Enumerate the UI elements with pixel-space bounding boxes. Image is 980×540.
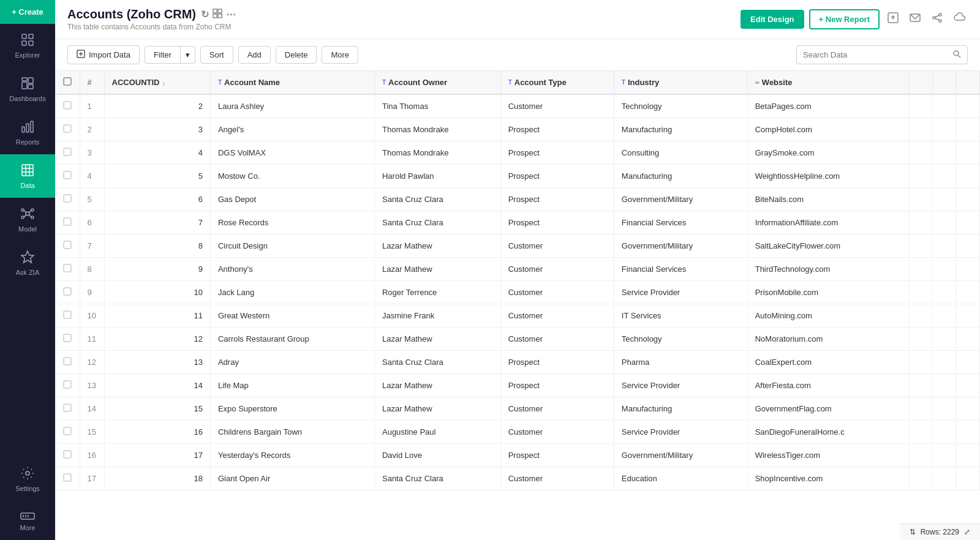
cell-account-owner: Santa Cruz Clara [374,211,500,234]
cell-extra3 [956,467,980,490]
cell-account-owner: Jasmine Frank [374,304,500,328]
cell-row-num: 8 [80,258,104,281]
svg-point-39 [939,20,941,22]
sidebar-item-explorer[interactable]: Explorer [0,24,55,67]
sidebar-item-model[interactable]: Model [0,198,55,241]
sidebar-item-reports[interactable]: Reports [0,111,55,154]
add-button[interactable]: Add [238,46,271,64]
title-text: Accounts (Zoho CRM) [67,7,196,21]
cell-checkbox[interactable] [55,421,80,444]
cell-account-id: 3 [104,118,210,141]
table-row: 10 11 Great Western Jasmine Frank Custom… [55,304,980,328]
svg-rect-56 [64,288,71,295]
cell-row-num: 10 [80,304,104,328]
cell-website: WirelessTiger.com [747,444,909,467]
export-icon[interactable] [884,9,902,29]
import-data-button[interactable]: Import Data [67,45,140,64]
cell-extra1 [909,165,933,188]
cell-checkbox[interactable] [55,444,80,467]
cell-account-owner: Lazar Mathew [374,328,500,351]
cell-website: InformationAffiliate.com [747,211,909,234]
cell-extra1 [909,351,933,374]
cell-account-id: 2 [104,94,210,118]
search-input[interactable] [803,50,948,59]
cell-checkbox[interactable] [55,397,80,421]
cell-row-num: 7 [80,234,104,258]
svg-rect-61 [64,404,71,411]
sidebar-item-dashboards[interactable]: Dashboards [0,67,55,111]
sort-icon-account-id[interactable]: ↓ [162,79,166,86]
cell-checkbox[interactable] [55,281,80,304]
cell-checkbox[interactable] [55,328,80,351]
cell-account-owner: Tina Thomas [374,94,500,118]
cell-checkbox[interactable] [55,467,80,490]
svg-line-21 [24,210,26,213]
sidebar-item-ask-zia[interactable]: Ask ZIA [0,241,55,285]
cell-extra3 [956,234,980,258]
sidebar-item-data[interactable]: Data [0,154,55,198]
table-row: 1 2 Laura Ashley Tina Thomas Customer Te… [55,94,980,118]
table-row: 6 7 Rose Records Santa Cruz Clara Prospe… [55,211,980,234]
cell-website: AfterFiesta.com [747,374,909,397]
cell-extra1 [909,467,933,490]
th-website[interactable]: ∞ Website [747,71,909,94]
th-industry[interactable]: T Industry [614,71,747,94]
cell-checkbox[interactable] [55,141,80,165]
edit-design-button[interactable]: Edit Design [741,10,804,29]
table-row: 14 15 Expo Superstore Lazar Mathew Custo… [55,397,980,421]
cell-checkbox[interactable] [55,165,80,188]
sidebar-item-reports-label: Reports [16,138,40,146]
cell-checkbox[interactable] [55,234,80,258]
svg-line-23 [24,214,26,217]
svg-rect-31 [213,9,217,13]
svg-line-46 [959,56,961,58]
grid-icon[interactable] [213,9,222,21]
cell-website: ShopIncentive.com [747,467,909,490]
cell-row-num: 3 [80,141,104,165]
data-table-container[interactable]: # ACCOUNTID ↓ T Account Name [55,71,980,540]
sidebar-item-more[interactable]: More [0,501,55,540]
cell-extra3 [956,304,980,328]
search-box[interactable] [796,45,968,64]
filter-dropdown-button[interactable]: ▾ [180,46,195,64]
filter-button[interactable]: Filter [145,46,180,64]
cell-checkbox[interactable] [55,304,80,328]
cloud-icon[interactable] [951,9,968,29]
th-account-id[interactable]: ACCOUNTID ↓ [104,71,210,94]
svg-rect-5 [28,78,33,83]
th-account-type[interactable]: T Account Type [500,71,614,94]
cell-checkbox[interactable] [55,188,80,211]
delete-button[interactable]: Delete [276,46,317,64]
cell-checkbox[interactable] [55,258,80,281]
cell-checkbox[interactable] [55,211,80,234]
cell-extra2 [932,165,956,188]
cell-checkbox[interactable] [55,351,80,374]
th-account-owner[interactable]: T Account Owner [374,71,500,94]
share-icon[interactable] [929,9,946,29]
svg-rect-34 [218,14,222,18]
sidebar-item-settings[interactable]: Settings [0,457,55,501]
th-account-name[interactable]: T Account Name [210,71,374,94]
cell-extra1 [909,141,933,165]
cell-checkbox[interactable] [55,118,80,141]
email-icon[interactable] [907,9,924,29]
cell-website: PrisonMobile.com [747,281,909,304]
cell-checkbox[interactable] [55,94,80,118]
refresh-icon[interactable]: ↻ [201,9,209,20]
cell-checkbox[interactable] [55,374,80,397]
cell-industry: Government/Military [614,234,747,258]
toolbar: Import Data Filter ▾ Sort Add Delete Mor… [55,39,980,71]
create-button[interactable]: + Create [0,0,55,24]
new-report-button[interactable]: + New Report [809,9,880,29]
cell-extra1 [909,118,933,141]
table-footer: ⇅ Rows: 2229 ⤢ [900,523,980,540]
more-toolbar-button[interactable]: More [322,46,358,64]
settings-icon [20,466,35,482]
cell-extra1 [909,397,933,421]
ellipsis-icon[interactable]: ⋯ [226,9,236,20]
svg-rect-1 [29,34,33,39]
cell-extra2 [932,211,956,234]
cell-website: GovernmentFlag.com [747,397,909,421]
sort-button[interactable]: Sort [200,46,233,64]
cell-industry: Financial Services [614,258,747,281]
